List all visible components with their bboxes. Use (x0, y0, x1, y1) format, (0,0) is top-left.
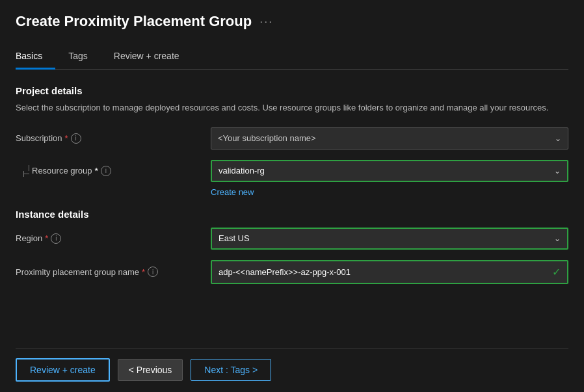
subscription-label: Subscription * i (16, 133, 211, 144)
subscription-required: * (65, 133, 68, 143)
subscription-value: <Your subscription name> (218, 133, 316, 143)
tabs-row: Basics Tags Review + create (16, 46, 568, 70)
region-value: East US (219, 233, 250, 243)
subscription-row: Subscription * i <Your subscription name… (16, 127, 568, 150)
ppg-name-input[interactable]: adp-<<namePrefix>>-az-ppg-x-001 ✓ (211, 260, 568, 284)
instance-details-section: Instance details Region * i East US ⌄ Pr… (16, 209, 568, 284)
subscription-info-icon[interactable]: i (71, 133, 81, 144)
content-area: Project details Select the subscription … (16, 85, 568, 348)
resource-group-row: Resource group * i validation-rg ⌄ (16, 160, 568, 182)
review-create-button[interactable]: Review + create (16, 358, 110, 382)
project-details-description: Select the subscription to manage deploy… (16, 101, 568, 114)
title-row: Create Proximity Placement Group ··· (16, 13, 568, 30)
region-required: * (45, 233, 48, 243)
region-info-icon[interactable]: i (51, 233, 61, 244)
ppg-name-row: Proximity placement group name * i adp-<… (16, 260, 568, 284)
rg-info-icon[interactable]: i (101, 166, 111, 176)
subscription-dropdown[interactable]: <Your subscription name> ⌄ (211, 127, 568, 150)
region-dropdown-arrow: ⌄ (554, 234, 561, 243)
ppg-name-label: Proximity placement group name * i (16, 267, 211, 277)
ellipsis-menu-icon[interactable]: ··· (259, 15, 273, 29)
ppg-check-icon: ✓ (552, 266, 561, 278)
region-row: Region * i East US ⌄ (16, 228, 568, 250)
rg-label-text: Resource group (32, 166, 92, 176)
bottom-bar: Review + create < Previous Next : Tags > (16, 348, 568, 392)
create-new-container: Create new (16, 185, 568, 197)
previous-button[interactable]: < Previous (118, 359, 183, 381)
page-title: Create Proximity Placement Group (16, 13, 252, 30)
tab-review-create[interactable]: Review + create (114, 46, 192, 70)
ppg-info-icon[interactable]: i (148, 267, 158, 277)
page-container: Create Proximity Placement Group ··· Bas… (0, 0, 584, 392)
project-details-title: Project details (16, 85, 568, 96)
rg-indent: Resource group * i (23, 165, 111, 177)
tab-tags[interactable]: Tags (68, 46, 101, 70)
resource-group-value: validation-rg (219, 166, 265, 176)
instance-details-title: Instance details (16, 209, 568, 220)
rg-required: * (95, 166, 98, 176)
region-dropdown[interactable]: East US ⌄ (211, 228, 568, 250)
next-button[interactable]: Next : Tags > (191, 359, 271, 381)
resource-group-dropdown[interactable]: validation-rg ⌄ (211, 160, 568, 182)
region-label: Region * i (16, 233, 211, 244)
subscription-dropdown-arrow: ⌄ (555, 134, 561, 143)
rg-dropdown-arrow: ⌄ (554, 166, 561, 176)
create-new-link[interactable]: Create new (211, 187, 254, 197)
ppg-required: * (142, 267, 145, 277)
tab-basics[interactable]: Basics (16, 46, 55, 70)
rg-vertical-line (29, 165, 29, 171)
ppg-name-value: adp-<<namePrefix>>-az-ppg-x-001 (219, 267, 351, 277)
rg-label-container: Resource group * i (16, 165, 211, 177)
